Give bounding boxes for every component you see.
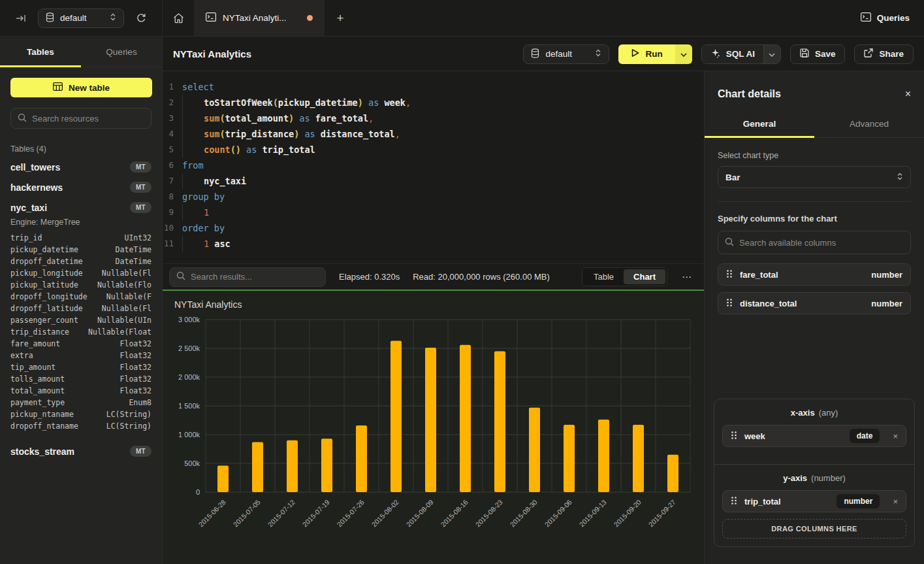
code-line-9[interactable]: 91 xyxy=(163,205,704,220)
new-tab-button[interactable]: + xyxy=(325,0,356,36)
code-line-5[interactable]: 5count() as trip_total xyxy=(163,142,704,158)
x-tick-label: 2015-09-27 xyxy=(646,498,677,529)
column-type-badge: number xyxy=(836,494,880,508)
bar-2015-07-26 xyxy=(356,425,367,492)
table-column-dropoff_longitude[interactable]: dropoff_longitudeNullable(F xyxy=(0,291,162,303)
table-column-tolls_amount[interactable]: tolls_amountFloat32 xyxy=(0,373,162,385)
columns-search-input[interactable] xyxy=(739,238,904,248)
tab-general[interactable]: General xyxy=(705,112,814,137)
table-column-pickup_ntaname[interactable]: pickup_ntanameLC(String) xyxy=(0,408,162,420)
view-toggle-table[interactable]: Table xyxy=(584,269,624,284)
view-toggle-chart[interactable]: Chart xyxy=(624,269,665,284)
table-column-payment_type[interactable]: payment_typeEnum8 xyxy=(0,397,162,408)
elapsed-stat: Elapsed: 0.320s xyxy=(339,272,400,282)
x-tick-label: 2015-08-23 xyxy=(473,498,504,529)
table-column-pickup_longitude[interactable]: pickup_longitudeNullable(Fl xyxy=(0,267,162,279)
bar-chart: NYTaxi Analytics0500k1 000k1 500k2 000k2… xyxy=(172,296,694,556)
bar-2015-08-16 xyxy=(460,345,471,492)
code-line-6[interactable]: 6from xyxy=(163,158,704,173)
table-column-passenger_count[interactable]: passenger_countNullable(UIn xyxy=(0,314,162,326)
remove-column-icon[interactable]: × xyxy=(887,431,898,441)
save-button[interactable]: Save xyxy=(790,44,846,64)
table-column-dropoff_datetime[interactable]: dropoff_datetimeDateTime xyxy=(0,256,162,267)
drag-columns-drop-zone[interactable]: DRAG COLUMNS HERE xyxy=(722,519,906,539)
bar-2015-09-27 xyxy=(667,455,678,492)
table-column-trip_id[interactable]: trip_idUInt32 xyxy=(0,232,162,244)
results-search-input[interactable] xyxy=(191,272,319,282)
toolbar-database-selector[interactable]: default xyxy=(523,44,609,64)
table-column-fare_amount[interactable]: fare_amountFloat32 xyxy=(0,338,162,350)
sql-editor[interactable]: 1select2toStartOfWeek(pickup_datetime) a… xyxy=(163,71,704,263)
main-area: NYTaxi Analytics default Run SQL AI xyxy=(163,37,924,564)
chart-details-title: Chart details xyxy=(718,88,781,100)
collapse-sidebar-icon[interactable] xyxy=(12,9,30,27)
sparkle-icon xyxy=(710,48,720,60)
sql-ai-button[interactable]: SQL AI xyxy=(702,45,763,63)
table-column-tip_amount[interactable]: tip_amountFloat32 xyxy=(0,361,162,373)
share-icon xyxy=(864,48,873,59)
table-column-extra[interactable]: extraFloat32 xyxy=(0,350,162,361)
table-column-dropoff_latitude[interactable]: dropoff_latitudeNullable(Fl xyxy=(0,303,162,314)
available-column-distance-total[interactable]: distance_total number xyxy=(718,292,911,314)
bar-2015-09-20 xyxy=(633,425,644,492)
sql-ai-button-group: SQL AI xyxy=(701,44,781,64)
top-bar-left: default xyxy=(0,0,163,36)
table-column-total_amount[interactable]: total_amountFloat32 xyxy=(0,385,162,397)
query-title: NYTaxi Analytics xyxy=(173,48,251,59)
code-line-4[interactable]: 4sum(trip_distance) as distance_total, xyxy=(163,126,704,142)
share-button[interactable]: Share xyxy=(854,44,914,64)
code-line-7[interactable]: 7nyc_taxi xyxy=(163,173,704,189)
refresh-icon[interactable] xyxy=(132,9,150,27)
x-axis-column-week[interactable]: week date × xyxy=(722,425,906,447)
run-button[interactable]: Run xyxy=(618,44,675,64)
sidebar-table-cell-towers[interactable]: cell_towers MT xyxy=(0,157,162,177)
results-toolbar: Elapsed: 0.320s Read: 20,000,000 rows (2… xyxy=(163,263,704,290)
x-tick-label: 2015-07-26 xyxy=(335,498,366,529)
engine-badge: MT xyxy=(130,182,151,193)
sql-ai-options-button[interactable] xyxy=(763,45,780,63)
bar-2015-07-12 xyxy=(287,440,298,492)
chart-details-panel: Chart details × General Advanced Select … xyxy=(704,71,924,564)
queries-button[interactable]: Queries xyxy=(846,0,924,36)
y-axis-label: y-axis xyxy=(783,473,807,483)
code-line-8[interactable]: 8group by xyxy=(163,189,704,205)
sidebar-table-stocks-stream[interactable]: stocks_stream MT xyxy=(0,441,162,461)
more-options-button[interactable]: ⋯ xyxy=(680,271,697,283)
table-column-trip_distance[interactable]: trip_distanceNullable(Float xyxy=(0,326,162,338)
code-line-2[interactable]: 2toStartOfWeek(pickup_datetime) as week, xyxy=(163,95,704,110)
sidebar-search-input[interactable] xyxy=(32,114,144,124)
code-line-10[interactable]: 10order by xyxy=(163,220,704,236)
table-column-dropoff_ntaname[interactable]: dropoff_ntanameLC(String) xyxy=(0,420,162,432)
sql-console-app: default NYTaxi Analyti... + Queries xyxy=(0,0,924,564)
code-line-11[interactable]: 111 asc xyxy=(163,236,704,252)
top-bar: default NYTaxi Analyti... + Queries xyxy=(0,0,924,37)
tab-advanced[interactable]: Advanced xyxy=(814,112,924,137)
sidebar-table-hackernews[interactable]: hackernews MT xyxy=(0,177,162,197)
sidebar-tab-queries[interactable]: Queries xyxy=(81,37,162,67)
y-tick-label: 500k xyxy=(184,459,200,467)
table-column-pickup_datetime[interactable]: pickup_datetimeDateTime xyxy=(0,244,162,256)
y-axis-column-trip-total[interactable]: trip_total number × xyxy=(722,490,906,512)
bar-2015-08-09 xyxy=(425,348,436,492)
remove-column-icon[interactable]: × xyxy=(887,497,898,506)
sidebar-tab-tables[interactable]: Tables xyxy=(0,37,81,67)
toolbar-database-value: default xyxy=(545,49,589,59)
close-icon[interactable]: × xyxy=(905,89,911,99)
tables-section-label: Tables (4) xyxy=(10,144,151,154)
code-line-3[interactable]: 3sum(total_amount) as fare_total, xyxy=(163,110,704,126)
run-options-button[interactable] xyxy=(675,44,692,64)
queries-button-label: Queries xyxy=(877,13,910,23)
code-line-1[interactable]: 1select xyxy=(163,79,704,95)
results-search xyxy=(169,267,326,287)
query-tab[interactable]: NYTaxi Analyti... xyxy=(194,0,325,36)
sidebar-table-nyc-taxi[interactable]: nyc_taxi MT xyxy=(0,197,162,218)
chart-type-selector[interactable]: Bar xyxy=(718,166,911,188)
x-tick-label: 2015-09-20 xyxy=(612,498,643,529)
available-column-fare-total[interactable]: fare_total number xyxy=(718,263,911,286)
database-selector[interactable]: default xyxy=(38,8,124,28)
home-tab[interactable] xyxy=(163,0,194,36)
bar-2015-08-30 xyxy=(529,408,540,492)
table-column-pickup_latitude[interactable]: pickup_latitudeNullable(Flo xyxy=(0,279,162,291)
sort-chevrons-icon xyxy=(897,173,903,182)
new-table-button[interactable]: New table xyxy=(10,78,152,97)
